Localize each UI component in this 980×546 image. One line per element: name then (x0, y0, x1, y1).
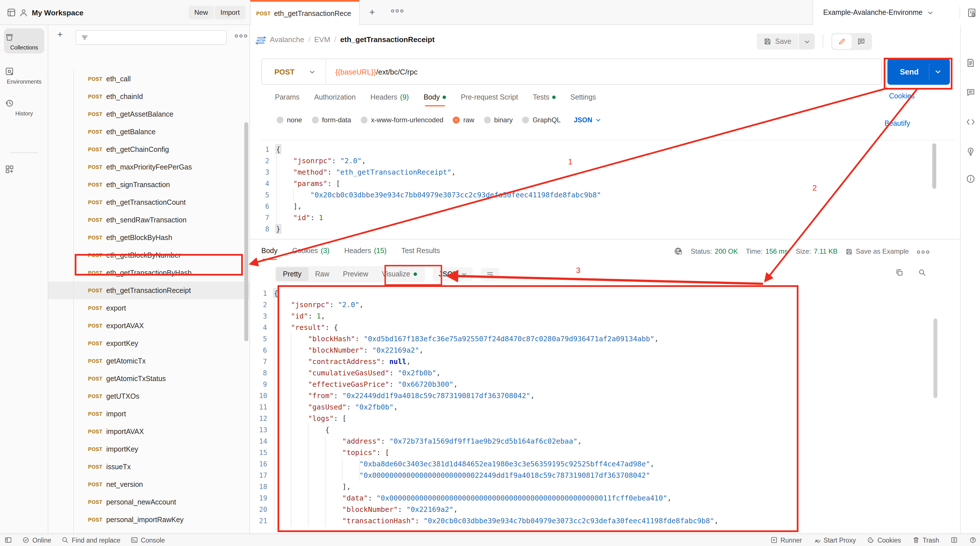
trash-button[interactable]: Trash (912, 536, 939, 544)
cookies-link[interactable]: Cookies (889, 92, 915, 100)
view-tab-preview[interactable]: Preview (336, 267, 375, 281)
tab-body[interactable]: Body (423, 93, 446, 106)
response-tab-body[interactable]: Body (261, 247, 277, 260)
sidebar-request-issueTx[interactable]: POSTissueTx (48, 458, 250, 476)
sidebar-item-collections[interactable]: Collections (4, 29, 44, 53)
sidebar-request-personal_newAccount[interactable]: POSTpersonal_newAccount (48, 493, 250, 511)
sidebar-request-eth_getTransactionByHash[interactable]: POSTeth_getTransactionByHash (48, 264, 250, 281)
start-proxy-button[interactable]: Start Proxy (813, 536, 856, 544)
console-button[interactable]: Console (130, 536, 165, 544)
sidebar-options-icon[interactable]: ooo (235, 32, 248, 39)
response-language-selector[interactable]: JSON (433, 267, 473, 281)
breadcrumb-collection[interactable]: Avalanche (270, 35, 304, 44)
comments-icon[interactable] (966, 88, 975, 97)
sidebar-request-exportAVAX[interactable]: POSTexportAVAX (48, 317, 250, 334)
save-options-button[interactable] (799, 34, 815, 49)
size-value[interactable]: Size: 7.11 KB (796, 247, 838, 255)
url-input[interactable]: {{baseURL}}/ext/bc/C/rpc (336, 67, 418, 76)
runner-button[interactable]: Runner (770, 536, 802, 544)
save-as-example-button[interactable]: Save as Example (846, 247, 909, 255)
request-editor-scrollbar[interactable] (932, 143, 936, 189)
workspace-switcher[interactable]: My Workspace (19, 6, 84, 19)
home-icon[interactable] (7, 8, 16, 17)
import-button[interactable]: Import (215, 6, 245, 19)
sidebar-request-eth_getBalance[interactable]: POSTeth_getBalance (48, 123, 250, 140)
body-mode-none[interactable]: none (277, 116, 302, 124)
tab-params[interactable]: Params (275, 93, 299, 106)
split-panel-button[interactable] (950, 536, 958, 544)
request-body-editor[interactable]: 1{2 "jsonrpc": "2.0",3 "method": "eth_ge… (261, 140, 955, 234)
time-value[interactable]: Time: 156 ms (746, 247, 788, 255)
sidebar-request-importAVAX[interactable]: POSTimportAVAX (48, 423, 250, 440)
request-tab[interactable]: POST eth_getTransactionRece (250, 0, 360, 25)
lightbulb-icon[interactable] (966, 147, 975, 156)
tab-settings[interactable]: Settings (570, 93, 596, 106)
body-mode-GraphQL[interactable]: GraphQL (522, 116, 561, 124)
sidebar-request-eth_maxPriorityFeePerGas[interactable]: POSTeth_maxPriorityFeePerGas (48, 158, 250, 176)
beautify-link[interactable]: Beautify (885, 120, 910, 128)
network-icon[interactable] (674, 247, 683, 256)
sidebar-request-getAtomicTx[interactable]: POSTgetAtomicTx (48, 352, 250, 370)
tab-pre-request-script[interactable]: Pre-request Script (461, 93, 518, 106)
new-button[interactable]: New (189, 6, 213, 19)
sidebar-request-eth_sendRawTransaction[interactable]: POSTeth_sendRawTransaction (48, 211, 250, 228)
response-tab-cookies[interactable]: Cookies(3) (292, 247, 329, 260)
method-chevron-icon[interactable] (309, 69, 316, 75)
sidebar-request-eth_call[interactable]: POSTeth_call (48, 70, 250, 88)
more-tools-button[interactable] (4, 160, 44, 177)
tab-headers[interactable]: Headers(9) (371, 93, 409, 106)
edit-mode-button[interactable] (832, 34, 852, 49)
response-tab-test-results[interactable]: Test Results (401, 247, 440, 260)
status-value[interactable]: Status: 200 OK (691, 247, 738, 255)
tab-options-icon[interactable]: ooo (391, 7, 405, 14)
send-options-icon[interactable] (935, 68, 941, 75)
sidebar-scrollbar[interactable] (244, 122, 248, 341)
sidebar-item-history[interactable]: History (4, 94, 44, 120)
info-icon[interactable] (966, 174, 975, 184)
sidebar-request-eth_getTransactionCount[interactable]: POSTeth_getTransactionCount (48, 193, 250, 211)
save-button[interactable]: Save (756, 34, 798, 49)
sidebar-request-eth_getChainConfig[interactable]: POSTeth_getChainConfig (48, 140, 250, 158)
new-tab-button[interactable]: + (369, 7, 375, 18)
sidebar-request-eth_getBlockByHash[interactable]: POSTeth_getBlockByHash (48, 228, 250, 246)
sidebar-request-personal_importRawKey[interactable]: POSTpersonal_importRawKey (48, 511, 250, 528)
code-snippet-icon[interactable] (966, 117, 975, 127)
documentation-icon[interactable] (966, 58, 975, 68)
breadcrumb-folder[interactable]: EVM (314, 35, 330, 44)
response-scrollbar[interactable] (934, 318, 937, 398)
environment-selector[interactable]: Example-Avalanche-Environme (823, 8, 955, 16)
send-button[interactable]: Send (888, 59, 950, 85)
request-language-selector[interactable]: JSON (574, 116, 601, 124)
find-and-replace-button[interactable]: Find and replace (62, 536, 121, 544)
sidebar-request-net_version[interactable]: POSTnet_version (48, 476, 250, 493)
wrap-text-button[interactable] (480, 268, 500, 281)
sidebar-request-exportKey[interactable]: POSTexportKey (48, 334, 250, 352)
response-options-icon[interactable]: ooo (916, 248, 931, 254)
help-button[interactable] (969, 536, 977, 544)
sidebar-request-getUTXOs[interactable]: POSTgetUTXOs (48, 387, 250, 405)
response-tab-headers[interactable]: Headers(15) (344, 247, 387, 260)
online-status[interactable]: Online (22, 536, 51, 544)
cookies-button[interactable]: Cookies (867, 536, 901, 544)
response-body-viewer[interactable]: 1{2 "jsonrpc": "2.0",3 "id": 1,4 "result… (259, 288, 955, 533)
search-icon[interactable] (918, 268, 926, 276)
body-mode-binary[interactable]: binary (484, 116, 513, 124)
add-collection-button[interactable]: + (57, 30, 63, 40)
comments-button[interactable] (852, 34, 871, 49)
method-selector[interactable]: POST (274, 67, 294, 76)
tab-authorization[interactable]: Authorization (314, 93, 356, 106)
view-tab-raw[interactable]: Raw (308, 267, 336, 281)
sidebar-request-import[interactable]: POSTimport (48, 405, 250, 423)
sidebar-item-environments[interactable]: Environments (4, 62, 44, 88)
sidebar-request-importKey[interactable]: POSTimportKey (48, 440, 250, 458)
tab-tests[interactable]: Tests (533, 93, 555, 106)
environment-quicklook-icon[interactable] (959, 7, 977, 18)
toggle-sidebar-button[interactable] (5, 536, 12, 544)
sidebar-request-getAtomicTxStatus[interactable]: POSTgetAtomicTxStatus (48, 370, 250, 387)
body-mode-form-data[interactable]: form-data (312, 116, 351, 124)
sidebar-request-personal_listAccounts[interactable]: POSTpersonal_listAccounts (48, 528, 250, 533)
view-tab-visualize[interactable]: Visualize (375, 267, 424, 281)
sidebar-request-eth_getBlockByNumber[interactable]: POSTeth_getBlockByNumber (48, 246, 250, 264)
body-mode-raw[interactable]: raw (453, 116, 474, 124)
sidebar-request-eth_getAssetBalance[interactable]: POSTeth_getAssetBalance (48, 105, 250, 123)
